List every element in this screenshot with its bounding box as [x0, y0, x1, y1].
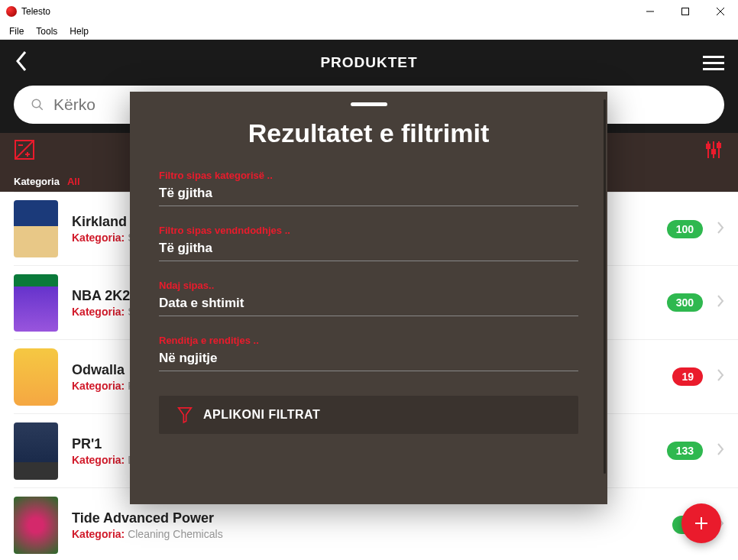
product-thumbnail [14, 422, 58, 480]
modal-drag-handle[interactable] [351, 102, 387, 106]
product-category-label: Kategoria: [72, 231, 125, 244]
filter-category[interactable]: Filtro sipas kategorisë .. Të gjitha [159, 170, 578, 206]
svg-line-5 [39, 106, 43, 110]
app-icon [6, 6, 17, 17]
filter-value: Të gjitha [159, 186, 578, 201]
chevron-right-icon[interactable] [717, 442, 724, 459]
minimize-button[interactable] [633, 0, 668, 23]
svg-rect-16 [717, 144, 720, 147]
product-badge: 19 [672, 367, 703, 386]
product-thumbnail [14, 274, 58, 332]
svg-rect-12 [707, 144, 710, 148]
product-category-value: Cleaning Chemicals [128, 528, 223, 540]
product-badge: 300 [667, 293, 703, 312]
search-icon [31, 98, 44, 112]
chevron-right-icon[interactable] [717, 221, 724, 238]
filter-location[interactable]: Filtro sipas vendndodhjes .. Të gjitha [159, 225, 578, 261]
svg-rect-1 [682, 8, 689, 15]
filter-icon [177, 406, 193, 424]
svg-point-4 [32, 99, 40, 108]
product-category-label: Kategoria: [72, 528, 125, 540]
filter-value: Data e shtimit [159, 296, 578, 311]
filter-value: Të gjitha [159, 241, 578, 256]
product-name: Tide Advanced Power [72, 510, 659, 526]
back-button[interactable] [14, 50, 29, 76]
svg-rect-14 [712, 150, 715, 154]
sliders-icon[interactable] [703, 139, 724, 160]
product-category-label: Kategoria: [72, 306, 125, 318]
modal-scrollbar[interactable] [604, 99, 606, 474]
hamburger-menu[interactable] [703, 56, 724, 70]
filter-label: Ndaj sipas.. [159, 280, 578, 291]
menu-tools[interactable]: Tools [30, 24, 63, 38]
filter-value: Në ngjitje [159, 351, 578, 366]
apply-label: APLIKONI FILTRAT [203, 408, 320, 422]
filter-label: Filtro sipas vendndodhjes .. [159, 225, 578, 236]
menu-help[interactable]: Help [63, 24, 95, 38]
category-label: Kategoria [14, 176, 60, 187]
add-fab-button[interactable] [681, 503, 721, 543]
product-thumbnail [14, 348, 58, 406]
menubar: File Tools Help [0, 23, 738, 40]
category-value: All [67, 176, 80, 187]
product-badge: 133 [667, 442, 703, 460]
add-remove-icon[interactable] [14, 139, 35, 160]
product-category-label: Kategoria: [72, 454, 125, 466]
filter-sortby[interactable]: Ndaj sipas.. Data e shtimit [159, 280, 578, 316]
window-titlebar: Telesto [0, 0, 738, 23]
page-header: PRODUKTET [0, 40, 738, 86]
apply-filters-button[interactable]: APLIKONI FILTRAT [159, 396, 578, 434]
filter-order[interactable]: Renditja e renditjes .. Në ngjitje [159, 335, 578, 371]
plus-icon [692, 514, 710, 532]
modal-title: Rezultatet e filtrimit [159, 118, 578, 148]
menu-file[interactable]: File [3, 24, 30, 38]
filter-modal: Rezultatet e filtrimit Filtro sipas kate… [130, 92, 607, 504]
product-category-label: Kategoria: [72, 380, 125, 392]
maximize-button[interactable] [668, 0, 703, 23]
chevron-right-icon[interactable] [717, 294, 724, 311]
svg-marker-17 [179, 408, 192, 422]
filter-label: Renditja e renditjes .. [159, 335, 578, 346]
page-title: PRODUKTET [320, 54, 417, 71]
window-title: Telesto [21, 6, 50, 17]
product-badge: 100 [667, 220, 703, 238]
svg-line-7 [15, 141, 34, 159]
chevron-right-icon[interactable] [717, 368, 724, 385]
product-thumbnail [14, 200, 58, 257]
close-button[interactable] [703, 0, 738, 23]
product-thumbnail [14, 497, 58, 554]
filter-label: Filtro sipas kategorisë .. [159, 170, 578, 181]
